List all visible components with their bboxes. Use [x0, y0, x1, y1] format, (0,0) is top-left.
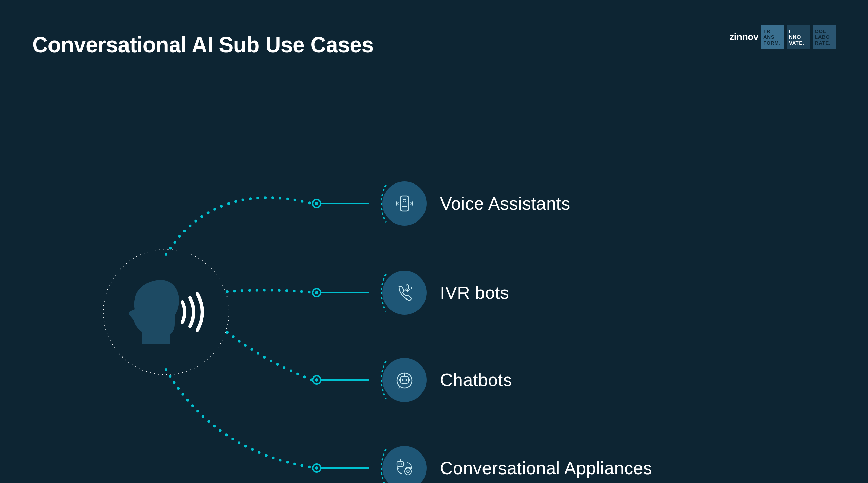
item-label: IVR bots	[440, 283, 509, 303]
svg-marker-23	[397, 467, 399, 469]
svg-point-12	[406, 379, 407, 381]
connector-line	[321, 379, 369, 381]
item-voice-assistants: Voice Assistants	[312, 181, 570, 226]
svg-rect-15	[397, 461, 404, 467]
page-title: Conversational AI Sub Use Cases	[32, 32, 373, 57]
badge-innovate: I NNO VATE.	[787, 25, 810, 49]
item-label: Voice Assistants	[440, 193, 570, 214]
badge-collaborate: COL LABO RATE.	[813, 25, 836, 49]
connector-node	[312, 288, 321, 297]
svg-marker-6	[411, 287, 413, 289]
connector-line	[321, 292, 369, 293]
conversational-appliance-icon	[382, 446, 427, 483]
svg-rect-1	[400, 196, 409, 211]
item-label: Conversational Appliances	[440, 458, 652, 478]
brand-logo-group: zinnov TR ANS FORM. I NNO VATE. COL LABO…	[729, 25, 836, 49]
ivr-phone-icon	[382, 271, 427, 315]
svg-point-21	[407, 470, 409, 473]
connector	[312, 375, 369, 385]
connector-line	[321, 203, 369, 204]
connector	[312, 288, 369, 297]
connector	[312, 463, 369, 473]
item-ivr-bots: IVR bots	[312, 271, 509, 315]
svg-point-20	[405, 468, 411, 475]
svg-rect-4	[406, 285, 409, 289]
connector-node	[312, 463, 321, 473]
connector-node	[312, 199, 321, 208]
item-conversational-appliances: Conversational Appliances	[312, 446, 652, 483]
svg-point-17	[400, 459, 401, 460]
svg-point-2	[403, 199, 406, 202]
chatbot-icon	[382, 358, 427, 402]
svg-point-10	[404, 373, 405, 374]
brand-name: zinnov	[729, 32, 758, 42]
diagram-canvas: Voice Assistants IVR bots	[0, 85, 868, 458]
item-label: Chatbots	[440, 370, 512, 390]
svg-rect-8	[400, 376, 409, 383]
central-hub	[102, 248, 231, 376]
connector-line	[321, 467, 369, 469]
svg-point-11	[402, 379, 404, 381]
voice-assistant-icon	[382, 181, 427, 226]
svg-point-18	[398, 463, 400, 465]
connector-node	[312, 375, 321, 385]
speaking-head-icon	[102, 248, 231, 376]
badge-transform: TR ANS FORM.	[761, 25, 784, 49]
connector	[312, 199, 369, 208]
svg-point-19	[401, 463, 402, 465]
item-chatbots: Chatbots	[312, 358, 512, 402]
